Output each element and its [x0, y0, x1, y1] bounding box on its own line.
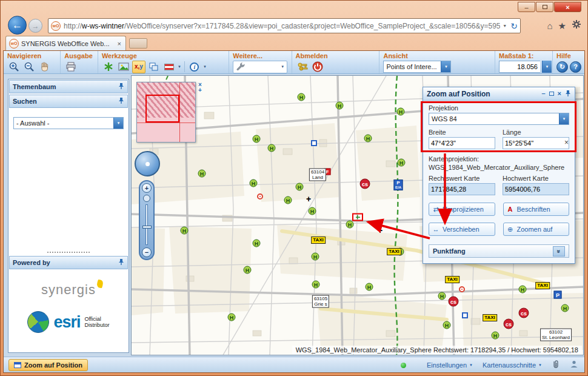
scale-input[interactable]: [499, 61, 540, 73]
pin-icon[interactable]: [118, 258, 124, 267]
kartenausschnitte-menu[interactable]: Kartenausschnitte▼: [483, 361, 542, 369]
map-marker-plus[interactable]: +: [306, 196, 311, 202]
sidebar-item-themenbaum[interactable]: Themenbaum: [9, 80, 128, 93]
back-button[interactable]: ←: [8, 16, 27, 35]
pan-hand-button[interactable]: [38, 61, 51, 73]
zoom-auf-position-taskbar-button[interactable]: Zoom auf Position: [8, 359, 88, 371]
map-marker-pea[interactable]: PE/A: [394, 180, 403, 190]
map-marker-taxi[interactable]: TAXI: [387, 248, 401, 255]
zoom-slider-minus-button[interactable]: −: [142, 247, 152, 257]
map-marker-h[interactable]: H: [492, 332, 499, 340]
map-marker-target[interactable]: [352, 213, 363, 221]
map-marker-h[interactable]: H: [309, 207, 316, 215]
map-marker-taxi[interactable]: TAXI: [445, 276, 459, 283]
einstellungen-menu[interactable]: Einstellungen▼: [427, 361, 473, 369]
map-marker-cs[interactable]: cs: [449, 297, 459, 307]
beschriften-button[interactable]: Beschriften: [503, 203, 570, 216]
pan-west-icon[interactable]: [138, 161, 144, 167]
dialog-minimize-button[interactable]: –: [541, 90, 545, 97]
add-poi-button[interactable]: [102, 61, 115, 73]
autocomplete-caret-icon[interactable]: ▼: [503, 24, 507, 28]
map-marker-taxi[interactable]: TAXI: [483, 314, 497, 321]
map-marker-h[interactable]: H: [181, 227, 189, 235]
logout-power-button[interactable]: [311, 61, 324, 73]
reload-project-button[interactable]: ↻: [556, 61, 568, 73]
map-marker-h[interactable]: H: [253, 240, 261, 247]
select-extent-button[interactable]: [147, 61, 161, 73]
zoom-in-button[interactable]: [7, 61, 21, 73]
overview-extent-rect[interactable]: [145, 95, 179, 123]
attachment-paperclip-icon[interactable]: [552, 359, 560, 371]
map-marker-reddot[interactable]: [459, 286, 465, 292]
map-marker-h[interactable]: H: [336, 102, 344, 110]
map-marker-h[interactable]: H: [397, 108, 405, 116]
dialog-restore-button[interactable]: [549, 90, 554, 97]
punktfang-expand-button[interactable]: »: [553, 246, 565, 257]
forward-button[interactable]: →: [28, 19, 42, 33]
map-marker-label2[interactable]: 63104Land: [309, 169, 326, 181]
address-bar[interactable]: wO http://w-ws-wintner/WebOffice/synserv…: [48, 18, 521, 33]
dialog-pin-button[interactable]: [565, 90, 571, 98]
clear-coordinates-icon[interactable]: ×: [563, 139, 570, 146]
map-marker-h[interactable]: H: [296, 183, 304, 191]
maximize-button[interactable]: [536, 2, 553, 12]
print-button[interactable]: [64, 61, 78, 73]
map-marker-h[interactable]: H: [398, 159, 406, 167]
map-marker-h[interactable]: H: [250, 180, 258, 187]
minimize-button[interactable]: –: [518, 2, 535, 12]
map-marker-h[interactable]: H: [228, 314, 236, 321]
map-marker-h[interactable]: H: [364, 135, 372, 143]
map-marker-h[interactable]: H: [284, 196, 292, 204]
map-marker-bluesq[interactable]: [462, 312, 468, 318]
view-select[interactable]: Points of Intere... ▼: [383, 61, 451, 73]
zoomen-auf-button[interactable]: Zoomen auf: [503, 223, 570, 236]
zoom-full-extent-button[interactable]: [143, 195, 150, 202]
user-icon[interactable]: [570, 360, 578, 371]
map-marker-h[interactable]: H: [443, 321, 451, 329]
map-marker-h[interactable]: H: [519, 286, 527, 294]
keys-button[interactable]: [296, 61, 309, 73]
pan-east-icon[interactable]: [151, 161, 157, 167]
pan-north-icon[interactable]: [145, 154, 151, 160]
browser-tab[interactable]: wO SYNERGIS WebOffice Web... ×: [5, 36, 126, 50]
refresh-icon[interactable]: ↻: [510, 21, 518, 31]
pan-south-icon[interactable]: [145, 167, 151, 173]
map-marker-h[interactable]: H: [561, 304, 569, 312]
hochwert-input[interactable]: [503, 183, 569, 195]
flag-dropdown-caret-icon[interactable]: ▼: [178, 65, 181, 69]
map-marker-reddot[interactable]: [257, 193, 263, 200]
tab-close-icon[interactable]: ×: [116, 40, 122, 47]
zoom-slider-control[interactable]: + −: [139, 180, 155, 260]
map-marker-label2[interactable]: 63105Grie s: [312, 295, 329, 308]
map-marker-label2[interactable]: 63102St. Leonhard: [540, 329, 572, 341]
map-marker-cs[interactable]: cs: [504, 319, 514, 329]
help-button[interactable]: ?: [570, 61, 581, 73]
map-marker-bluesq[interactable]: [311, 140, 317, 146]
pan-center-icon[interactable]: [145, 162, 150, 166]
verschieben-button[interactable]: Verschieben: [429, 223, 495, 236]
map-marker-h[interactable]: H: [298, 93, 306, 101]
map-marker-h[interactable]: H: [312, 253, 319, 261]
umprojizieren-button[interactable]: Umprojizieren: [429, 203, 495, 216]
info-dropdown-caret-icon[interactable]: ▼: [203, 65, 207, 69]
new-tab-button[interactable]: [129, 38, 147, 49]
sidebar-item-suchen[interactable]: Suchen: [9, 95, 128, 108]
projektion-caret-icon[interactable]: ▼: [559, 113, 569, 124]
zoom-slider-handle[interactable]: [142, 226, 152, 229]
rechtswert-input[interactable]: [429, 183, 495, 195]
map-marker-cs[interactable]: cs: [360, 179, 370, 189]
laenge-input[interactable]: [503, 137, 569, 149]
close-button[interactable]: ×: [554, 2, 581, 12]
search-select-caret-icon[interactable]: ▼: [113, 118, 123, 129]
scale-caret-icon[interactable]: ▼: [542, 61, 552, 73]
export-image-button[interactable]: [117, 61, 130, 73]
breite-input[interactable]: [429, 137, 495, 149]
sidebar-item-powered-by[interactable]: Powered by: [9, 256, 128, 269]
map-marker-h[interactable]: H: [346, 221, 354, 229]
view-select-caret-icon[interactable]: ▼: [441, 61, 450, 72]
favorites-star-icon[interactable]: ★: [558, 21, 566, 30]
map-marker-h[interactable]: H: [268, 144, 276, 152]
map-marker-cs[interactable]: cs: [519, 308, 529, 318]
overview-toggle-icon[interactable]: ×+: [198, 82, 202, 93]
xy-coordinates-button[interactable]: x,y: [132, 61, 145, 73]
